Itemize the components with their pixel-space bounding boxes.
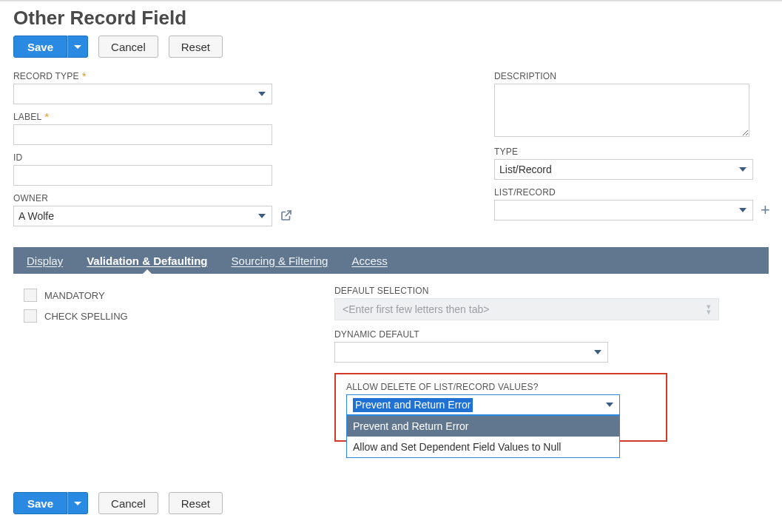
- type-value: List/Record: [499, 164, 552, 175]
- caret-down-icon: [606, 403, 613, 407]
- record-type-label: RECORD TYPE: [13, 71, 79, 81]
- required-star-icon: *: [44, 113, 49, 121]
- add-list-record-icon[interactable]: +: [761, 203, 770, 217]
- check-spelling-checkbox[interactable]: [24, 309, 37, 323]
- bottom-button-row: Save Cancel Reset: [13, 492, 769, 514]
- caret-down-icon: [739, 208, 746, 212]
- allow-delete-highlight: ALLOW DELETE OF LIST/RECORD VALUES? Prev…: [334, 373, 667, 442]
- label-field-label: LABEL: [13, 112, 41, 122]
- save-button-bottom[interactable]: Save: [13, 492, 67, 514]
- caret-down-icon: [739, 167, 746, 172]
- open-in-new-icon[interactable]: [280, 209, 293, 224]
- default-selection-select: <Enter first few letters then tab> ▾▾: [334, 298, 719, 320]
- type-label: TYPE: [494, 147, 518, 157]
- save-dropdown-button-bottom[interactable]: [67, 492, 88, 514]
- reset-button-bottom[interactable]: Reset: [169, 492, 223, 514]
- default-selection-placeholder: <Enter first few letters then tab>: [343, 303, 489, 315]
- allow-delete-dropdown: Prevent and Return Error Allow and Set D…: [346, 415, 620, 458]
- allow-delete-value: Prevent and Return Error: [353, 398, 473, 412]
- default-selection-label: DEFAULT SELECTION: [334, 286, 429, 296]
- description-textarea[interactable]: [494, 84, 749, 137]
- caret-down-icon: [258, 92, 266, 96]
- tab-strip: Display Validation & Defaulting Sourcing…: [13, 247, 769, 274]
- label-input[interactable]: [13, 124, 272, 145]
- list-record-select[interactable]: [494, 200, 753, 220]
- list-record-label: LIST/RECORD: [494, 187, 556, 198]
- tab-display[interactable]: Display: [25, 255, 64, 267]
- tab-sourcing[interactable]: Sourcing & Filtering: [230, 255, 330, 267]
- save-button[interactable]: Save: [13, 36, 67, 58]
- top-button-row: Save Cancel Reset: [13, 36, 769, 58]
- allow-delete-option-0[interactable]: Prevent and Return Error: [347, 416, 619, 437]
- dynamic-default-label: DYNAMIC DEFAULT: [334, 329, 419, 340]
- record-type-select[interactable]: [13, 84, 272, 104]
- save-dropdown-button[interactable]: [67, 36, 88, 58]
- cancel-button-bottom[interactable]: Cancel: [98, 492, 158, 514]
- owner-label: OWNER: [13, 193, 48, 203]
- caret-down-icon: [594, 350, 601, 354]
- caret-down-icon: [74, 502, 81, 505]
- tab-access[interactable]: Access: [350, 255, 388, 267]
- page-title: Other Record Field: [13, 7, 769, 30]
- description-label: DESCRIPTION: [494, 71, 556, 81]
- caret-down-icon: [258, 214, 266, 218]
- allow-delete-label: ALLOW DELETE OF LIST/RECORD VALUES?: [346, 382, 539, 392]
- allow-delete-option-1[interactable]: Allow and Set Dependent Field Values to …: [347, 437, 619, 457]
- id-input[interactable]: [13, 165, 272, 186]
- id-label: ID: [13, 152, 22, 163]
- dynamic-default-select[interactable]: [334, 342, 608, 363]
- owner-value: A Wolfe: [18, 210, 54, 222]
- reset-button[interactable]: Reset: [169, 36, 223, 58]
- caret-down-icon: [74, 45, 81, 49]
- owner-select[interactable]: A Wolfe: [13, 206, 272, 226]
- double-chevron-icon: ▾▾: [707, 304, 711, 314]
- check-spelling-label: CHECK SPELLING: [44, 311, 128, 322]
- required-star-icon: *: [82, 73, 87, 80]
- mandatory-label: MANDATORY: [44, 290, 105, 301]
- allow-delete-select[interactable]: Prevent and Return Error: [346, 394, 620, 415]
- tab-validation[interactable]: Validation & Defaulting: [85, 255, 209, 267]
- cancel-button[interactable]: Cancel: [98, 36, 158, 58]
- mandatory-checkbox[interactable]: [24, 289, 37, 302]
- type-select[interactable]: List/Record: [494, 159, 753, 180]
